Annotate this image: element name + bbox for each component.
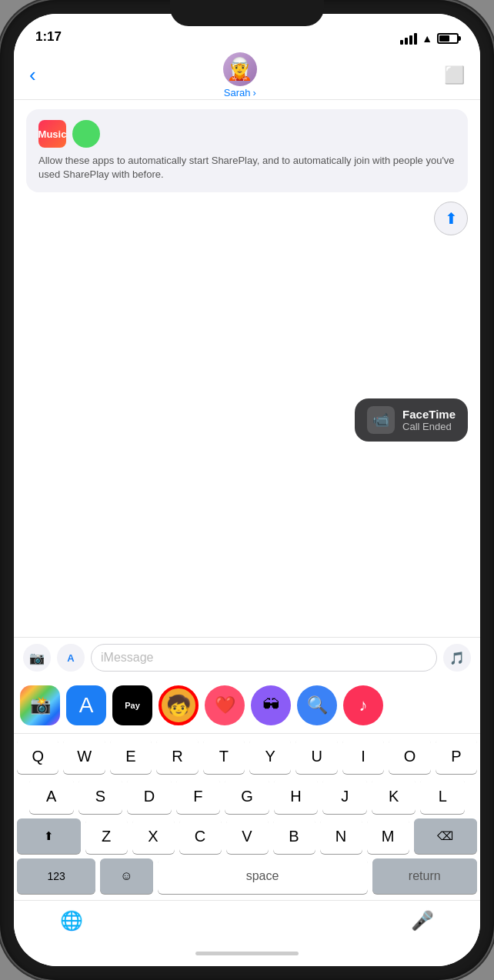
key-m[interactable]: M: [367, 818, 409, 854]
photos-icon: 📸: [30, 695, 51, 715]
app-tray: 📸 A Pay 🧒 ❤️ 🕶 🔍 ♪: [14, 678, 480, 734]
keyboard-row-4: 123 ☺ space return: [14, 854, 480, 900]
key-p[interactable]: P: [436, 738, 477, 774]
key-h[interactable]: H: [274, 778, 319, 814]
key-space[interactable]: space: [158, 858, 368, 894]
stickers-icon: ❤️: [215, 695, 235, 715]
share-button-area: ⬆: [26, 202, 468, 235]
notch: [170, 0, 324, 26]
music-app-icon: Music: [38, 120, 66, 148]
home-indicator: [14, 940, 480, 966]
key-123[interactable]: 123: [17, 858, 95, 894]
tray-stickers[interactable]: ❤️: [205, 685, 245, 725]
imessage-input[interactable]: iMessage: [91, 644, 437, 672]
facetime-message: 📹 FaceTime Call Ended: [355, 398, 468, 442]
shareplay-description: Allow these apps to automatically start …: [38, 154, 456, 182]
voice-button[interactable]: 🎵: [443, 644, 471, 672]
share-button[interactable]: ⬆: [434, 202, 468, 235]
search-icon: 🔍: [307, 695, 328, 715]
key-y[interactable]: Y: [249, 738, 291, 774]
facetime-video-icon: 📹: [367, 406, 395, 434]
globe-icon[interactable]: 🌐: [60, 910, 83, 932]
tray-applepay[interactable]: Pay: [112, 685, 152, 725]
waveform-icon: 🎵: [449, 651, 465, 665]
key-u[interactable]: U: [295, 738, 337, 774]
shift-icon: ⬆: [44, 829, 54, 843]
key-i[interactable]: I: [342, 738, 384, 774]
key-return[interactable]: return: [372, 858, 477, 894]
wifi-icon: ▲: [422, 32, 432, 45]
contact-name: Sarah ›: [224, 87, 256, 98]
back-button[interactable]: ‹: [29, 63, 36, 87]
key-x[interactable]: X: [132, 818, 175, 854]
key-c[interactable]: C: [179, 818, 222, 854]
keyboard-row-2: A S D F G H J K L: [14, 774, 480, 814]
sunglasses-icon: 🕶: [262, 695, 279, 715]
tray-memoji[interactable]: 🧒: [159, 685, 199, 725]
key-f[interactable]: F: [176, 778, 221, 814]
applepay-icon: Pay: [125, 701, 140, 710]
signal-icon: [400, 33, 417, 45]
battery-icon: [437, 33, 459, 44]
message-spacer: [26, 245, 468, 398]
app-store-icon: A: [67, 652, 74, 664]
shareplay-apps: Music: [38, 120, 456, 148]
messages-area: Music Allow these apps to automatically …: [14, 100, 480, 637]
key-v[interactable]: V: [226, 818, 269, 854]
key-b[interactable]: B: [273, 818, 315, 854]
microphone-icon[interactable]: 🎤: [411, 910, 434, 932]
key-l[interactable]: L: [420, 778, 465, 814]
input-bar: 📷 A iMessage 🎵: [14, 637, 480, 678]
key-r[interactable]: R: [156, 738, 198, 774]
status-icons: ▲: [400, 32, 459, 46]
imessage-placeholder: iMessage: [101, 651, 153, 665]
tray-search[interactable]: 🔍: [297, 685, 337, 725]
share-icon: ⬆: [445, 209, 458, 228]
key-n[interactable]: N: [320, 818, 362, 854]
video-call-button[interactable]: ⬜: [444, 65, 465, 85]
camera-button[interactable]: 📷: [23, 644, 51, 672]
facetime-text: FaceTime Call Ended: [402, 408, 456, 432]
nav-bar: ‹ 🧝 Sarah › ⬜: [14, 51, 480, 100]
key-q[interactable]: Q: [17, 738, 58, 774]
home-bar: [195, 952, 299, 955]
nav-contact[interactable]: 🧝 Sarah ›: [223, 52, 257, 98]
facetime-subtitle: Call Ended: [402, 421, 456, 432]
keyboard-row-3: ⬆ Z X C V B N M ⌫: [14, 814, 480, 854]
bottom-toolbar: 🌐 🎤: [14, 900, 480, 940]
music-icon: ♪: [359, 695, 368, 715]
key-o[interactable]: O: [389, 738, 430, 774]
key-d[interactable]: D: [127, 778, 172, 814]
facetime-title: FaceTime: [402, 408, 456, 421]
shareplay-card: Music Allow these apps to automatically …: [26, 109, 468, 192]
tray-sunglasses[interactable]: 🕶: [251, 685, 291, 725]
camera-icon: 📷: [29, 651, 45, 665]
status-time: 1:17: [35, 29, 62, 46]
facetime-bubble: 📹 FaceTime Call Ended: [26, 398, 468, 442]
key-delete[interactable]: ⌫: [414, 818, 478, 854]
phone-frame: 1:17 ▲ ‹ 🧝: [0, 0, 494, 980]
key-a[interactable]: A: [29, 778, 74, 814]
keyboard-row-1: Q W E R T Y U I O P: [14, 734, 480, 774]
phone-screen: 1:17 ▲ ‹ 🧝: [14, 14, 480, 966]
key-g[interactable]: G: [225, 778, 269, 814]
tray-music[interactable]: ♪: [343, 685, 383, 725]
appstore-icon: A: [79, 693, 94, 718]
memoji-icon: 🧒: [166, 694, 191, 718]
key-e[interactable]: E: [110, 738, 152, 774]
key-emoji[interactable]: ☺: [100, 858, 152, 894]
delete-icon: ⌫: [437, 829, 453, 843]
key-w[interactable]: W: [63, 738, 105, 774]
key-j[interactable]: J: [322, 778, 367, 814]
tray-appstore[interactable]: A: [66, 685, 106, 725]
tray-photos[interactable]: 📸: [20, 685, 60, 725]
avatar: 🧝: [223, 52, 257, 86]
app-store-button[interactable]: A: [57, 644, 85, 672]
green-app-icon: [72, 120, 100, 148]
key-shift[interactable]: ⬆: [17, 818, 81, 854]
key-t[interactable]: T: [203, 738, 245, 774]
key-s[interactable]: S: [78, 778, 123, 814]
key-z[interactable]: Z: [85, 818, 128, 854]
key-k[interactable]: K: [372, 778, 416, 814]
